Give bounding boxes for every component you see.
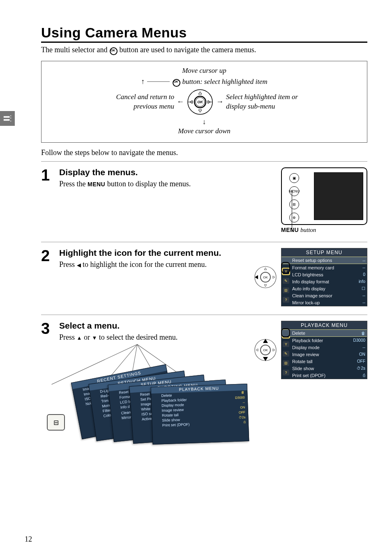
svg-rect-3 — [10, 118, 11, 118]
left-arrow-icon: ← — [177, 97, 184, 107]
svg-marker-19 — [264, 285, 267, 287]
follow-text: Follow the steps below to navigate the m… — [41, 148, 367, 157]
step-title: Select a menu. — [59, 321, 247, 331]
step-2: 2 Highlight the icon for the current men… — [41, 242, 367, 315]
recent-settings-icon: ⊟ — [47, 414, 65, 431]
selector-diagram: Move cursor up ↑ button: select highligh… — [41, 61, 367, 143]
svg-text:OK: OK — [197, 100, 203, 104]
step-1: 1 Display the menus. Press the MENU butt… — [41, 161, 367, 242]
multi-selector-icon: OK — [187, 88, 214, 116]
svg-marker-20 — [273, 276, 275, 278]
svg-marker-27 — [256, 349, 258, 351]
step-text: Press the MENU button to display the men… — [59, 179, 262, 189]
step-text: Press to highlight the icon for the curr… — [59, 259, 247, 270]
menu-button-caption: MENU button — [281, 227, 367, 234]
diagram-right-label: Select highlighted item or display sub-m… — [226, 93, 308, 111]
ok-glyph-icon — [109, 47, 118, 54]
menu-button-icon: MENU — [289, 186, 299, 196]
down-triangle-icon — [92, 333, 97, 341]
zoom-button-icon: ⊕ — [289, 213, 299, 222]
dpad-updown-icon: OK — [253, 338, 278, 362]
svg-marker-21 — [255, 275, 258, 279]
setup-menu-screen: SETUP MENU ▣Y✎⊟? Reset setup options-- F… — [281, 248, 367, 306]
svg-marker-10 — [198, 110, 202, 112]
svg-marker-9 — [198, 92, 202, 94]
svg-marker-28 — [273, 349, 275, 351]
page-number: 12 — [25, 535, 32, 544]
svg-text:OK: OK — [263, 276, 268, 279]
diagram-left-label: Cancel and return to previous menu — [100, 93, 174, 111]
diagram-ok-label: button: select highlighted item — [172, 77, 267, 86]
down-arrow-icon: ↓ — [203, 118, 206, 126]
thumbnail-button-icon: ⊞ — [289, 199, 299, 209]
lcd-title: PLAYBACK MENU — [281, 321, 367, 329]
diagram-up-label: Move cursor up — [49, 66, 360, 75]
diagram-down-label: Move cursor down — [49, 127, 360, 136]
svg-rect-2 — [10, 116, 11, 116]
svg-rect-0 — [4, 116, 10, 118]
step-3: 3 Select a menu. Press or to select the … — [41, 315, 367, 455]
menu-fan-illustration: RECENT SETTINGS Image qualiImage sizeISO… — [51, 344, 224, 447]
up-triangle-icon — [77, 333, 82, 341]
up-arrow-icon: ↑ — [141, 77, 145, 86]
svg-rect-1 — [4, 119, 10, 121]
side-tab-icon — [0, 111, 15, 126]
step-text: Press or to select the desired menu. — [59, 332, 247, 343]
svg-text:OK: OK — [263, 348, 268, 352]
right-arrow-icon: → — [216, 97, 224, 107]
step-title: Highlight the icon for the current menu. — [59, 248, 247, 258]
intro-text: The multi selector and button are used t… — [41, 44, 367, 55]
dpad-left-icon: OK — [253, 265, 278, 290]
playback-menu-screen: PLAYBACK MENU ▣Y✎⊟? Delete🗑 Playback fol… — [281, 321, 367, 379]
step-number: 1 — [41, 167, 53, 234]
svg-marker-18 — [264, 268, 267, 270]
camera-back-illustration: ▣ MENU ⊞ ⊕ — [281, 167, 367, 225]
page-title: Using Camera Menus — [41, 25, 367, 43]
step-number: 2 — [41, 248, 53, 306]
ok-glyph-icon — [172, 79, 180, 86]
play-button-icon: ▣ — [289, 173, 299, 183]
left-triangle-icon — [77, 260, 81, 269]
lcd-title: SETUP MENU — [281, 248, 367, 257]
svg-rect-4 — [10, 121, 11, 122]
step-title: Display the menus. — [59, 167, 262, 177]
